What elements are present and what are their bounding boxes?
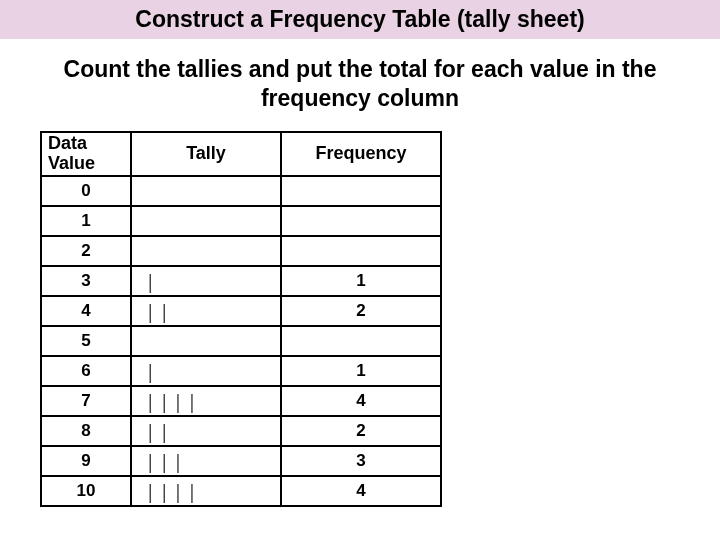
header-frequency: Frequency <box>281 132 441 176</box>
page-title: Construct a Frequency Table (tally sheet… <box>0 0 720 39</box>
cell-frequency: 2 <box>281 296 441 326</box>
cell-value: 9 <box>41 446 131 476</box>
cell-frequency: 1 <box>281 356 441 386</box>
cell-frequency: 1 <box>281 266 441 296</box>
cell-frequency <box>281 176 441 206</box>
cell-value: 4 <box>41 296 131 326</box>
cell-tally <box>131 176 281 206</box>
cell-tally <box>131 326 281 356</box>
table-row: 5 <box>41 326 441 356</box>
cell-frequency <box>281 206 441 236</box>
table-row: 2 <box>41 236 441 266</box>
cell-frequency: 3 <box>281 446 441 476</box>
frequency-table: Data Value Tally Frequency 0 1 2 <box>40 131 442 507</box>
cell-frequency <box>281 326 441 356</box>
table-row: 7 | | | | 4 <box>41 386 441 416</box>
table-header-row: Data Value Tally Frequency <box>41 132 441 176</box>
header-tally: Tally <box>131 132 281 176</box>
cell-value: 0 <box>41 176 131 206</box>
table-row: 1 <box>41 206 441 236</box>
table-row: 0 <box>41 176 441 206</box>
cell-frequency: 2 <box>281 416 441 446</box>
cell-tally: | | | <box>131 446 281 476</box>
cell-tally: | | <box>131 416 281 446</box>
cell-value: 3 <box>41 266 131 296</box>
cell-value: 8 <box>41 416 131 446</box>
cell-tally: | <box>131 356 281 386</box>
instruction-text: Count the tallies and put the total for … <box>0 39 720 131</box>
cell-frequency: 4 <box>281 476 441 506</box>
table-row: 8 | | 2 <box>41 416 441 446</box>
table-row: 4 | | 2 <box>41 296 441 326</box>
cell-tally: | <box>131 266 281 296</box>
cell-tally: | | <box>131 296 281 326</box>
cell-value: 2 <box>41 236 131 266</box>
header-data-value: Data Value <box>41 132 131 176</box>
cell-value: 6 <box>41 356 131 386</box>
cell-tally: | | | | <box>131 386 281 416</box>
cell-value: 5 <box>41 326 131 356</box>
cell-value: 10 <box>41 476 131 506</box>
cell-tally <box>131 236 281 266</box>
frequency-table-container: Data Value Tally Frequency 0 1 2 <box>0 131 720 507</box>
table-row: 9 | | | 3 <box>41 446 441 476</box>
cell-tally <box>131 206 281 236</box>
table-row: 6 | 1 <box>41 356 441 386</box>
table-row: 10 | | | | 4 <box>41 476 441 506</box>
cell-value: 1 <box>41 206 131 236</box>
cell-value: 7 <box>41 386 131 416</box>
table-row: 3 | 1 <box>41 266 441 296</box>
cell-frequency <box>281 236 441 266</box>
cell-tally: | | | | <box>131 476 281 506</box>
cell-frequency: 4 <box>281 386 441 416</box>
